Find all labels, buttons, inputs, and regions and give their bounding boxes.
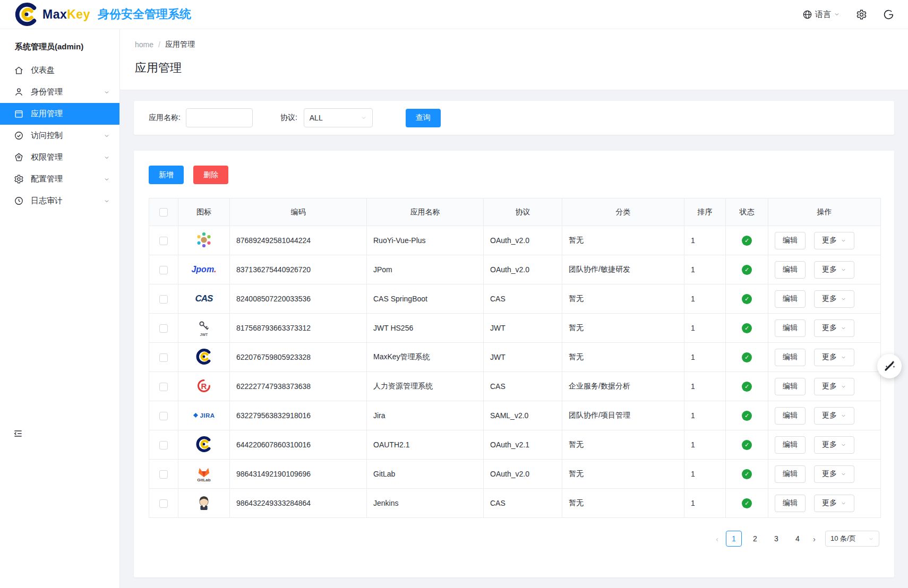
row-checkbox[interactable]	[159, 324, 168, 333]
protocol-select[interactable]: ALL	[304, 108, 373, 127]
page-size-select[interactable]: 10 条/页	[825, 531, 879, 547]
sidebar-item-permission[interactable]: 权限管理	[0, 146, 119, 168]
more-button[interactable]: 更多	[814, 261, 854, 279]
app-code: 986431492190109696	[230, 460, 367, 489]
more-button[interactable]: 更多	[814, 407, 854, 425]
row-checkbox[interactable]	[159, 499, 168, 508]
pagination: ‹ 1234 › 10 条/页	[149, 518, 879, 560]
table-toolbar: 新增 删除	[149, 166, 879, 184]
brand-subtitle: 身份安全管理系统	[98, 6, 191, 22]
sidebar-item-dashboard[interactable]: 仪表盘	[0, 59, 119, 81]
row-checkbox[interactable]	[159, 295, 168, 304]
app-code: 622227747938373638	[230, 372, 367, 401]
column-header-protocol: 协议	[484, 198, 562, 226]
edit-button[interactable]: 编辑	[775, 349, 806, 366]
app-category: 暂无	[562, 430, 684, 460]
hr-app-icon: R	[178, 372, 230, 401]
app-code: 817568793663373312	[230, 314, 367, 343]
column-header-action: 操作	[768, 198, 881, 226]
main-area: home / 应用管理 应用管理 应用名称: 协议: ALL 查询 新增 删除	[120, 0, 908, 588]
status-enabled-icon: ✓	[742, 469, 752, 479]
prev-page-button[interactable]: ‹	[714, 534, 721, 543]
edit-button[interactable]: 编辑	[775, 465, 806, 483]
sidebar: 系统管理员(admin) 仪表盘 身份管理 应用管理 访问控制 权限管理 配置管…	[0, 29, 120, 588]
row-checkbox[interactable]	[159, 412, 168, 420]
row-checkbox[interactable]	[159, 266, 168, 274]
sidebar-item-apps[interactable]: 应用管理	[0, 103, 119, 125]
row-checkbox[interactable]	[159, 441, 168, 449]
app-category: 暂无	[562, 314, 684, 343]
search-button[interactable]: 查询	[406, 109, 441, 127]
app-sort: 1	[684, 255, 726, 284]
row-checkbox[interactable]	[159, 470, 168, 479]
edit-button[interactable]: 编辑	[775, 290, 806, 308]
more-button[interactable]: 更多	[814, 495, 854, 512]
edit-button[interactable]: 编辑	[775, 261, 806, 279]
more-button[interactable]: 更多	[814, 465, 854, 483]
chevron-down-icon	[841, 442, 846, 448]
language-menu[interactable]: 语言	[802, 10, 840, 20]
top-actions: 语言	[802, 9, 894, 20]
app-name: JWT HS256	[367, 314, 484, 343]
sidebar-item-access[interactable]: 访问控制	[0, 125, 119, 146]
more-button[interactable]: 更多	[814, 349, 854, 366]
table-row: CAS 824008507220033536 CAS SpringBoot CA…	[149, 284, 881, 314]
settings-icon	[14, 174, 24, 184]
content: 应用名称: 协议: ALL 查询 新增 删除	[120, 90, 908, 577]
app-code: 632279563832918016	[230, 401, 367, 430]
edit-button[interactable]: 编辑	[775, 319, 806, 337]
select-all-checkbox[interactable]	[159, 208, 168, 217]
page-button-3[interactable]: 3	[768, 531, 784, 547]
app-name-input[interactable]	[186, 108, 253, 127]
row-checkbox[interactable]	[159, 237, 168, 245]
column-header-category: 分类	[562, 198, 684, 226]
next-page-button[interactable]: ›	[811, 534, 818, 543]
edit-button[interactable]: 编辑	[775, 378, 806, 395]
sidebar-collapse-icon[interactable]	[13, 428, 23, 440]
app-sort: 1	[684, 430, 726, 460]
sidebar-item-config[interactable]: 配置管理	[0, 168, 119, 190]
page-button-1[interactable]: 1	[726, 531, 742, 547]
app-name: JPom	[367, 255, 484, 284]
edit-button[interactable]: 编辑	[775, 232, 806, 249]
app-sort: 1	[684, 343, 726, 372]
jira-app-icon: JIRA	[178, 401, 230, 430]
magic-wand-floating-button[interactable]	[877, 354, 902, 378]
sidebar-item-label: 日志审计	[31, 196, 63, 206]
edit-button[interactable]: 编辑	[775, 436, 806, 454]
breadcrumb: home / 应用管理	[135, 40, 908, 49]
app-code: 622076759805923328	[230, 343, 367, 372]
sidebar-item-label: 仪表盘	[31, 65, 55, 75]
row-checkbox[interactable]	[159, 353, 168, 362]
row-checkbox[interactable]	[159, 383, 168, 391]
sidebar-item-label: 访问控制	[31, 131, 63, 141]
breadcrumb-home[interactable]: home	[135, 40, 153, 49]
sidebar-item-audit[interactable]: 日志审计	[0, 190, 119, 212]
protocol-label: 协议:	[280, 113, 297, 123]
edit-button[interactable]: 编辑	[775, 495, 806, 512]
more-button[interactable]: 更多	[814, 378, 854, 395]
page-button-4[interactable]: 4	[790, 531, 806, 547]
filter-panel: 应用名称: 协议: ALL 查询	[134, 101, 894, 135]
sidebar-item-label: 身份管理	[31, 87, 63, 97]
edit-button[interactable]: 编辑	[775, 407, 806, 425]
sidebar-item-identity[interactable]: 身份管理	[0, 81, 119, 103]
more-button[interactable]: 更多	[814, 232, 854, 249]
column-header-status: 状态	[726, 198, 768, 226]
more-button[interactable]: 更多	[814, 319, 854, 337]
more-button[interactable]: 更多	[814, 436, 854, 454]
delete-button[interactable]: 删除	[193, 166, 228, 184]
app-sort: 1	[684, 489, 726, 518]
logout-icon[interactable]	[883, 9, 894, 20]
chevron-down-icon	[868, 536, 874, 542]
app-category: 团队协作/敏捷研发	[562, 255, 684, 284]
app-sort: 1	[684, 460, 726, 489]
status-enabled-icon: ✓	[742, 382, 752, 392]
page-number-list: 1234	[726, 531, 806, 547]
more-button[interactable]: 更多	[814, 290, 854, 308]
settings-gear-icon[interactable]	[856, 9, 867, 20]
sidebar-item-label: 应用管理	[31, 109, 63, 119]
add-button[interactable]: 新增	[149, 166, 184, 184]
table-row: 622076759805923328 MaxKey管理系统 JWT 暂无 1 ✓…	[149, 343, 881, 372]
page-button-2[interactable]: 2	[747, 531, 763, 547]
